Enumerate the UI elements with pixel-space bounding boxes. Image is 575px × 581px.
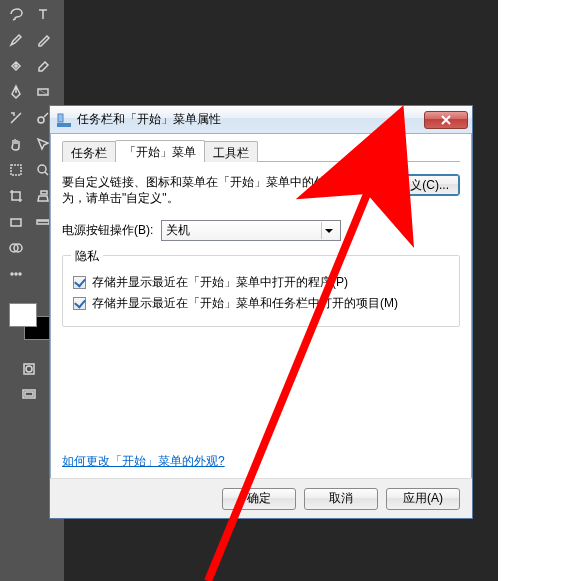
power-button-label: 电源按钮操作(B):: [62, 222, 153, 239]
privacy-group-title: 隐私: [71, 248, 103, 265]
customize-button[interactable]: 自定义(C)...: [375, 174, 460, 196]
screenmode-icon[interactable]: [4, 384, 54, 406]
svg-rect-0: [11, 165, 21, 175]
toolbar-col-1: [3, 3, 28, 285]
eraser-tool-icon[interactable]: [30, 55, 55, 77]
svg-rect-1: [11, 219, 21, 226]
dialog-body: 任务栏 「开始」菜单 工具栏 要自定义链接、图标和菜单在「开始」菜单中的外观和行…: [50, 134, 472, 518]
apply-button[interactable]: 应用(A): [386, 488, 460, 510]
privacy-option-1-row: 存储并显示最近在「开始」菜单中打开的程序(P): [73, 274, 449, 291]
taskbar-startmenu-properties-dialog: 任务栏和「开始」菜单属性 任务栏 「开始」菜单 工具栏 要自定义链接、图标和菜单…: [49, 105, 473, 519]
svg-point-9: [38, 165, 46, 173]
more-tool-icon[interactable]: [3, 263, 28, 285]
cancel-button[interactable]: 取消: [304, 488, 378, 510]
heal-tool-icon[interactable]: [3, 55, 28, 77]
power-action-value: 关机: [166, 222, 190, 239]
pen-tool-icon[interactable]: [3, 81, 28, 103]
power-button-row: 电源按钮操作(B): 关机: [62, 220, 460, 241]
text-tool-icon[interactable]: [30, 3, 55, 25]
brush-tool-icon[interactable]: [3, 29, 28, 51]
power-action-dropdown[interactable]: 关机: [161, 220, 341, 241]
svg-point-4: [11, 273, 13, 275]
rect-select-tool-icon[interactable]: [3, 159, 28, 181]
svg-point-12: [26, 366, 32, 372]
chevron-down-icon: [321, 222, 336, 239]
help-link[interactable]: 如何更改「开始」菜单的外观?: [62, 453, 225, 470]
privacy-option-2-label: 存储并显示最近在「开始」菜单和任务栏中打开的项目(M): [92, 295, 398, 312]
svg-point-6: [19, 273, 21, 275]
quickmask-icon[interactable]: [4, 358, 54, 380]
shape-tool-icon[interactable]: [3, 211, 28, 233]
close-button[interactable]: [424, 111, 468, 129]
privacy-checkbox-2[interactable]: [73, 297, 86, 310]
foreground-color-swatch[interactable]: [9, 303, 37, 327]
lasso-tool-icon[interactable]: [3, 3, 28, 25]
description-text: 要自定义链接、图标和菜单在「开始」菜单中的外观和行为，请单击"自定义"。: [62, 174, 363, 206]
privacy-checkbox-1[interactable]: [73, 276, 86, 289]
tab-start-menu[interactable]: 「开始」菜单: [115, 140, 205, 162]
tab-toolbars[interactable]: 工具栏: [204, 141, 258, 162]
ok-button[interactable]: 确定: [222, 488, 296, 510]
dialog-titlebar[interactable]: 任务栏和「开始」菜单属性: [50, 106, 472, 134]
tab-taskbar[interactable]: 任务栏: [62, 141, 116, 162]
crop-tool-icon[interactable]: [3, 185, 28, 207]
dialog-title-text: 任务栏和「开始」菜单属性: [77, 111, 424, 128]
dialog-footer: 确定 取消 应用(A): [50, 478, 472, 518]
union-tool-icon[interactable]: [3, 237, 28, 259]
privacy-option-1-label: 存储并显示最近在「开始」菜单中打开的程序(P): [92, 274, 348, 291]
description-row: 要自定义链接、图标和菜单在「开始」菜单中的外观和行为，请单击"自定义"。 自定义…: [62, 174, 460, 206]
tab-strip: 任务栏 「开始」菜单 工具栏: [62, 140, 460, 162]
svg-point-8: [38, 117, 44, 123]
gradient-tool-icon[interactable]: [30, 81, 55, 103]
path-tool-icon[interactable]: [3, 107, 28, 129]
privacy-option-2-row: 存储并显示最近在「开始」菜单和任务栏中打开的项目(M): [73, 295, 449, 312]
svg-rect-14: [25, 392, 33, 396]
svg-rect-15: [57, 123, 71, 127]
close-icon: [441, 115, 451, 125]
svg-point-5: [15, 273, 17, 275]
privacy-groupbox: 隐私 存储并显示最近在「开始」菜单中打开的程序(P) 存储并显示最近在「开始」菜…: [62, 255, 460, 327]
dialog-icon: [56, 112, 72, 128]
svg-rect-16: [58, 114, 63, 122]
eyedropper-tool-icon[interactable]: [30, 29, 55, 51]
hand-tool-icon[interactable]: [3, 133, 28, 155]
